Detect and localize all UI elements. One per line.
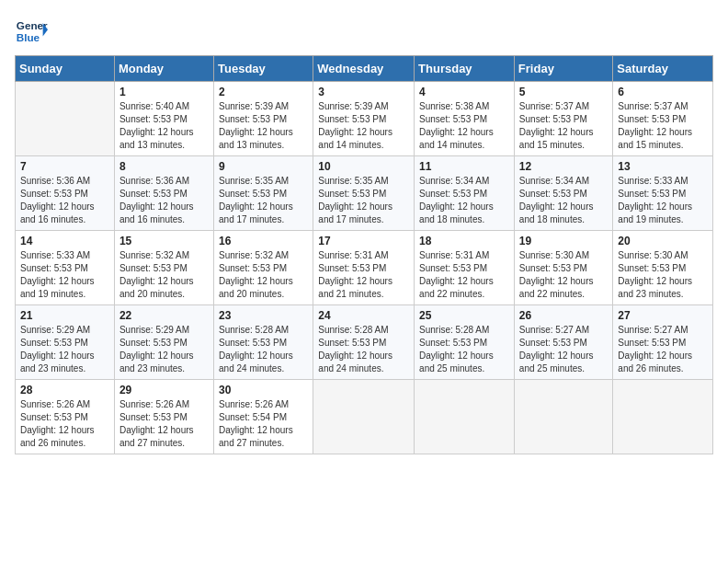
header-thursday: Thursday bbox=[415, 56, 515, 82]
header-wednesday: Wednesday bbox=[313, 56, 415, 82]
logo: General Blue bbox=[15, 15, 48, 48]
day-number: 23 bbox=[219, 309, 308, 322]
day-number: 17 bbox=[318, 235, 409, 247]
day-info: Sunrise: 5:30 AM Sunset: 5:53 PM Dayligh… bbox=[519, 249, 609, 301]
day-info: Sunrise: 5:32 AM Sunset: 5:53 PM Dayligh… bbox=[119, 249, 209, 301]
day-info: Sunrise: 5:26 AM Sunset: 5:53 PM Dayligh… bbox=[119, 398, 209, 450]
calendar-cell bbox=[415, 380, 515, 454]
calendar-cell: 1Sunrise: 5:40 AM Sunset: 5:53 PM Daylig… bbox=[114, 82, 213, 156]
day-number: 2 bbox=[219, 86, 308, 98]
day-info: Sunrise: 5:40 AM Sunset: 5:53 PM Dayligh… bbox=[119, 100, 209, 152]
calendar-cell: 13Sunrise: 5:33 AM Sunset: 5:53 PM Dayli… bbox=[613, 156, 713, 231]
header-sunday: Sunday bbox=[16, 56, 115, 82]
day-number: 10 bbox=[318, 160, 409, 173]
day-info: Sunrise: 5:32 AM Sunset: 5:53 PM Dayligh… bbox=[219, 249, 308, 301]
week-row-5: 28Sunrise: 5:26 AM Sunset: 5:53 PM Dayli… bbox=[16, 380, 713, 454]
calendar-cell: 25Sunrise: 5:28 AM Sunset: 5:53 PM Dayli… bbox=[415, 305, 515, 380]
calendar-cell: 16Sunrise: 5:32 AM Sunset: 5:53 PM Dayli… bbox=[214, 231, 313, 305]
day-info: Sunrise: 5:39 AM Sunset: 5:53 PM Dayligh… bbox=[219, 100, 308, 152]
day-info: Sunrise: 5:34 AM Sunset: 5:53 PM Dayligh… bbox=[419, 175, 509, 226]
day-info: Sunrise: 5:38 AM Sunset: 5:53 PM Dayligh… bbox=[419, 100, 509, 152]
day-number: 3 bbox=[318, 86, 409, 98]
day-number: 29 bbox=[119, 384, 209, 396]
day-number: 7 bbox=[20, 160, 109, 173]
header-tuesday: Tuesday bbox=[214, 56, 313, 82]
calendar-cell: 30Sunrise: 5:26 AM Sunset: 5:54 PM Dayli… bbox=[214, 380, 313, 454]
day-info: Sunrise: 5:26 AM Sunset: 5:53 PM Dayligh… bbox=[20, 398, 109, 450]
day-number: 5 bbox=[519, 86, 609, 98]
calendar-cell: 14Sunrise: 5:33 AM Sunset: 5:53 PM Dayli… bbox=[16, 231, 115, 305]
calendar-cell: 9Sunrise: 5:35 AM Sunset: 5:53 PM Daylig… bbox=[214, 156, 313, 231]
header-saturday: Saturday bbox=[613, 56, 713, 82]
day-info: Sunrise: 5:37 AM Sunset: 5:53 PM Dayligh… bbox=[519, 100, 609, 152]
day-info: Sunrise: 5:30 AM Sunset: 5:53 PM Dayligh… bbox=[618, 249, 708, 301]
day-info: Sunrise: 5:33 AM Sunset: 5:53 PM Dayligh… bbox=[20, 249, 109, 301]
header-monday: Monday bbox=[114, 56, 213, 82]
calendar-header-row: SundayMondayTuesdayWednesdayThursdayFrid… bbox=[16, 56, 713, 82]
day-number: 30 bbox=[219, 384, 308, 396]
day-info: Sunrise: 5:31 AM Sunset: 5:53 PM Dayligh… bbox=[419, 249, 509, 301]
day-info: Sunrise: 5:35 AM Sunset: 5:53 PM Dayligh… bbox=[219, 175, 308, 226]
calendar-cell bbox=[313, 380, 415, 454]
day-number: 12 bbox=[519, 160, 609, 173]
day-number: 26 bbox=[519, 309, 609, 322]
calendar-cell bbox=[514, 380, 613, 454]
svg-text:Blue: Blue bbox=[17, 31, 40, 43]
day-number: 14 bbox=[20, 235, 109, 247]
calendar-cell: 2Sunrise: 5:39 AM Sunset: 5:53 PM Daylig… bbox=[214, 82, 313, 156]
day-number: 9 bbox=[219, 160, 308, 173]
week-row-4: 21Sunrise: 5:29 AM Sunset: 5:53 PM Dayli… bbox=[16, 305, 713, 380]
week-row-1: 1Sunrise: 5:40 AM Sunset: 5:53 PM Daylig… bbox=[16, 82, 713, 156]
calendar-cell: 20Sunrise: 5:30 AM Sunset: 5:53 PM Dayli… bbox=[613, 231, 713, 305]
day-number: 16 bbox=[219, 235, 308, 247]
calendar-cell: 28Sunrise: 5:26 AM Sunset: 5:53 PM Dayli… bbox=[16, 380, 115, 454]
day-number: 13 bbox=[618, 160, 708, 173]
day-number: 21 bbox=[20, 309, 109, 322]
week-row-3: 14Sunrise: 5:33 AM Sunset: 5:53 PM Dayli… bbox=[16, 231, 713, 305]
calendar-cell: 3Sunrise: 5:39 AM Sunset: 5:53 PM Daylig… bbox=[313, 82, 415, 156]
day-number: 11 bbox=[419, 160, 509, 173]
calendar-cell bbox=[16, 82, 115, 156]
calendar-cell: 29Sunrise: 5:26 AM Sunset: 5:53 PM Dayli… bbox=[114, 380, 213, 454]
day-number: 25 bbox=[419, 309, 509, 322]
day-info: Sunrise: 5:34 AM Sunset: 5:53 PM Dayligh… bbox=[519, 175, 609, 226]
day-info: Sunrise: 5:27 AM Sunset: 5:53 PM Dayligh… bbox=[618, 324, 708, 375]
calendar-cell: 17Sunrise: 5:31 AM Sunset: 5:53 PM Dayli… bbox=[313, 231, 415, 305]
calendar-cell: 6Sunrise: 5:37 AM Sunset: 5:53 PM Daylig… bbox=[613, 82, 713, 156]
day-info: Sunrise: 5:36 AM Sunset: 5:53 PM Dayligh… bbox=[119, 175, 209, 226]
day-info: Sunrise: 5:29 AM Sunset: 5:53 PM Dayligh… bbox=[119, 324, 209, 375]
calendar-cell: 21Sunrise: 5:29 AM Sunset: 5:53 PM Dayli… bbox=[16, 305, 115, 380]
day-info: Sunrise: 5:28 AM Sunset: 5:53 PM Dayligh… bbox=[318, 324, 409, 375]
day-number: 8 bbox=[119, 160, 209, 173]
week-row-2: 7Sunrise: 5:36 AM Sunset: 5:53 PM Daylig… bbox=[16, 156, 713, 231]
day-number: 19 bbox=[519, 235, 609, 247]
calendar-cell: 26Sunrise: 5:27 AM Sunset: 5:53 PM Dayli… bbox=[514, 305, 613, 380]
calendar-cell: 27Sunrise: 5:27 AM Sunset: 5:53 PM Dayli… bbox=[613, 305, 713, 380]
day-info: Sunrise: 5:39 AM Sunset: 5:53 PM Dayligh… bbox=[318, 100, 409, 152]
day-info: Sunrise: 5:35 AM Sunset: 5:53 PM Dayligh… bbox=[318, 175, 409, 226]
day-number: 27 bbox=[618, 309, 708, 322]
day-info: Sunrise: 5:29 AM Sunset: 5:53 PM Dayligh… bbox=[20, 324, 109, 375]
calendar-cell: 22Sunrise: 5:29 AM Sunset: 5:53 PM Dayli… bbox=[114, 305, 213, 380]
calendar-cell: 4Sunrise: 5:38 AM Sunset: 5:53 PM Daylig… bbox=[415, 82, 515, 156]
calendar-cell: 5Sunrise: 5:37 AM Sunset: 5:53 PM Daylig… bbox=[514, 82, 613, 156]
calendar-cell: 12Sunrise: 5:34 AM Sunset: 5:53 PM Dayli… bbox=[514, 156, 613, 231]
day-info: Sunrise: 5:37 AM Sunset: 5:53 PM Dayligh… bbox=[618, 100, 708, 152]
day-number: 18 bbox=[419, 235, 509, 247]
calendar-cell: 10Sunrise: 5:35 AM Sunset: 5:53 PM Dayli… bbox=[313, 156, 415, 231]
calendar-cell: 7Sunrise: 5:36 AM Sunset: 5:53 PM Daylig… bbox=[16, 156, 115, 231]
day-number: 6 bbox=[618, 86, 708, 98]
day-number: 28 bbox=[20, 384, 109, 396]
day-info: Sunrise: 5:28 AM Sunset: 5:53 PM Dayligh… bbox=[219, 324, 308, 375]
day-number: 20 bbox=[618, 235, 708, 247]
day-info: Sunrise: 5:26 AM Sunset: 5:54 PM Dayligh… bbox=[219, 398, 308, 450]
day-info: Sunrise: 5:27 AM Sunset: 5:53 PM Dayligh… bbox=[519, 324, 609, 375]
calendar-cell bbox=[613, 380, 713, 454]
calendar-cell: 18Sunrise: 5:31 AM Sunset: 5:53 PM Dayli… bbox=[415, 231, 515, 305]
calendar-cell: 11Sunrise: 5:34 AM Sunset: 5:53 PM Dayli… bbox=[415, 156, 515, 231]
calendar-cell: 23Sunrise: 5:28 AM Sunset: 5:53 PM Dayli… bbox=[214, 305, 313, 380]
day-info: Sunrise: 5:28 AM Sunset: 5:53 PM Dayligh… bbox=[419, 324, 509, 375]
calendar-cell: 24Sunrise: 5:28 AM Sunset: 5:53 PM Dayli… bbox=[313, 305, 415, 380]
day-info: Sunrise: 5:33 AM Sunset: 5:53 PM Dayligh… bbox=[618, 175, 708, 226]
logo-icon: General Blue bbox=[15, 15, 48, 48]
